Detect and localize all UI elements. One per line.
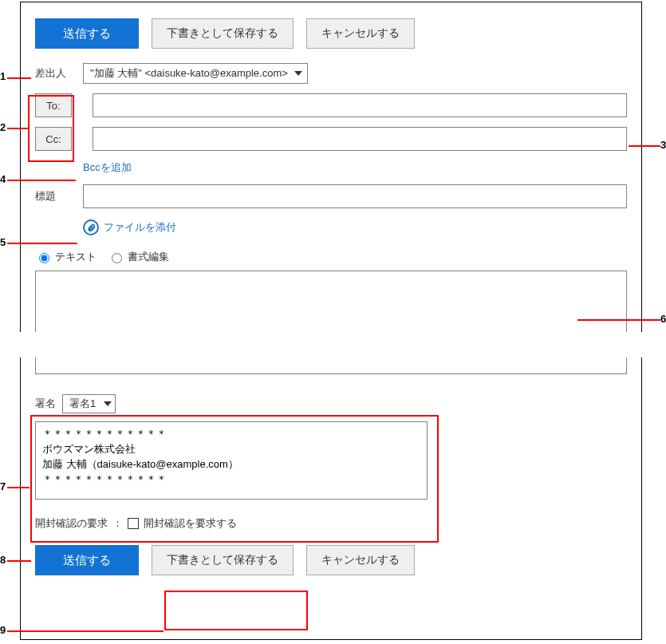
format-text-radio-input[interactable] <box>39 253 49 263</box>
cc-picker-button[interactable]: Cc: <box>35 127 72 151</box>
attach-file-link[interactable]: ファイルを添付 <box>104 220 176 235</box>
format-row: テキスト 書式編集 <box>35 250 627 264</box>
receipt-checkbox-label: 開封確認を要求する <box>144 516 237 531</box>
signature-label: 署名 <box>35 397 56 411</box>
save-draft-button-bottom[interactable]: 下書きとして保存する <box>152 545 294 575</box>
format-text-radio[interactable]: テキスト <box>35 250 97 264</box>
annotation-4: 4 <box>0 173 6 185</box>
cc-input[interactable] <box>93 127 627 151</box>
to-picker-button[interactable]: To: <box>35 93 72 117</box>
from-row: 差出人 "加藤 大輔" <daisuke-kato@example.com> <box>35 63 627 84</box>
subject-input[interactable] <box>83 184 627 208</box>
cancel-button-bottom[interactable]: キャンセルする <box>306 545 415 575</box>
chevron-down-icon <box>104 401 112 406</box>
receipt-separator: ： <box>112 516 123 531</box>
receipt-label: 開封確認の要求 <box>35 516 108 531</box>
subject-label: 標題 <box>35 189 83 203</box>
to-input[interactable] <box>93 93 627 117</box>
to-row: To: <box>35 93 627 117</box>
body-textarea[interactable] <box>35 271 627 374</box>
annotation-3: 3 <box>660 139 666 151</box>
cancel-button[interactable]: キャンセルする <box>306 18 415 49</box>
paperclip-icon <box>83 219 99 235</box>
annotation-9: 9 <box>0 624 6 636</box>
signature-section: 署名 署名1 <box>35 394 627 502</box>
format-rich-radio-input[interactable] <box>112 253 122 263</box>
chevron-down-icon <box>294 71 302 76</box>
signature-select[interactable]: 署名1 <box>62 394 116 413</box>
annotation-5: 5 <box>0 236 6 248</box>
from-select[interactable]: "加藤 大輔" <daisuke-kato@example.com> <box>83 63 308 84</box>
add-bcc-link[interactable]: Bccを追加 <box>83 161 132 173</box>
subject-row: 標題 <box>35 184 627 208</box>
annotation-2: 2 <box>0 121 6 133</box>
from-value: "加藤 大輔" <daisuke-kato@example.com> <box>90 66 288 81</box>
annotation-1: 1 <box>0 70 6 82</box>
from-label: 差出人 <box>35 66 83 81</box>
annotation-8: 8 <box>0 554 6 566</box>
send-button[interactable]: 送信する <box>35 18 139 49</box>
bottom-action-row: 送信する 下書きとして保存する キャンセルする <box>35 545 627 575</box>
annotation-6: 6 <box>660 313 666 325</box>
receipt-checkbox[interactable] <box>128 518 139 529</box>
attach-row: ファイルを添付 <box>83 219 627 235</box>
signature-textarea[interactable] <box>35 421 428 500</box>
signature-selected: 署名1 <box>69 397 96 411</box>
format-rich-label: 書式編集 <box>128 250 169 264</box>
cc-row: Cc: <box>35 127 627 151</box>
top-action-row: 送信する 下書きとして保存する キャンセルする <box>35 18 627 49</box>
format-text-label: テキスト <box>55 250 97 264</box>
annotation-7: 7 <box>0 480 6 492</box>
save-draft-button[interactable]: 下書きとして保存する <box>152 18 294 49</box>
receipt-row: 開封確認の要求 ： 開封確認を要求する <box>35 516 627 531</box>
send-button-bottom[interactable]: 送信する <box>35 545 139 575</box>
format-rich-radio[interactable]: 書式編集 <box>108 250 169 264</box>
